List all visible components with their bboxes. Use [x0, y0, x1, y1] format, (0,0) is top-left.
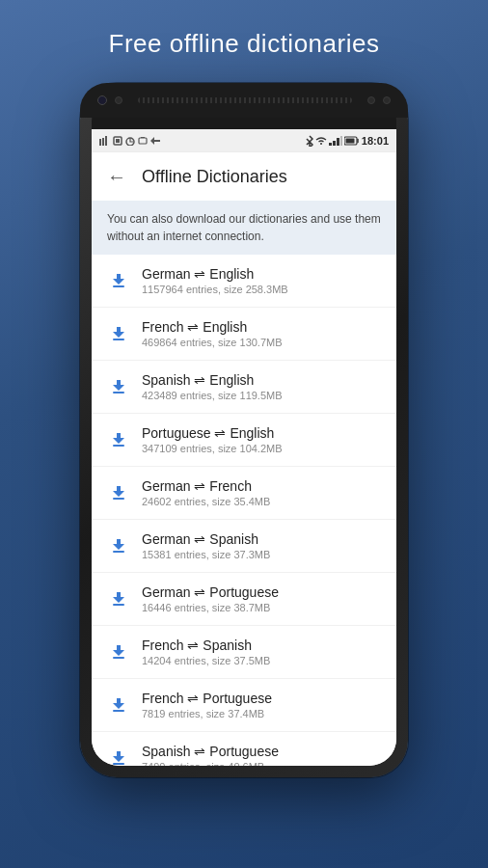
dict-meta-0: 1157964 entries, size 258.3MB [142, 284, 381, 295]
dict-info-0: German ⇌ English 1157964 entries, size 2… [142, 266, 381, 295]
svg-rect-9 [337, 138, 339, 146]
app-bar: ← Offline Dictionaries [92, 152, 396, 201]
sensor-dot-2 [367, 96, 375, 104]
sensor-dot [115, 96, 122, 104]
dict-item[interactable]: French ⇌ Spanish 14204 entries, size 37.… [92, 626, 396, 679]
dict-info-7: French ⇌ Spanish 14204 entries, size 37.… [142, 637, 381, 666]
download-icon-0[interactable] [107, 269, 130, 292]
phone-outer-shell: 18:01 ← Offline Dictionaries You can als… [80, 83, 408, 777]
download-icon-3[interactable] [107, 428, 130, 451]
dict-info-4: German ⇌ French 24602 entries, size 35.4… [142, 478, 381, 507]
dict-item[interactable]: German ⇌ Portuguese 16446 entries, size … [92, 573, 396, 626]
svg-rect-17 [113, 498, 124, 500]
svg-rect-20 [113, 657, 124, 659]
download-icon-1[interactable] [107, 322, 130, 345]
status-icon-5 [149, 136, 161, 146]
dict-name-1: French ⇌ English [142, 319, 381, 335]
svg-rect-7 [329, 143, 332, 146]
dict-meta-1: 469864 entries, size 130.7MB [142, 337, 381, 348]
dict-name-2: Spanish ⇌ English [142, 372, 381, 388]
status-right-icons: 18:01 [306, 135, 389, 147]
phone-screen: 18:01 ← Offline Dictionaries You can als… [92, 129, 396, 766]
sensor-dot-3 [383, 96, 391, 104]
dict-meta-6: 16446 entries, size 38.7MB [142, 602, 381, 613]
signal-icon [329, 136, 342, 146]
status-icon-1 [99, 136, 111, 146]
dict-meta-5: 15381 entries, size 37.3MB [142, 549, 381, 560]
svg-rect-10 [340, 136, 342, 146]
dict-meta-8: 7819 entries, size 37.4MB [142, 708, 381, 719]
dict-info-3: Portuguese ⇌ English 347109 entries, siz… [142, 425, 381, 454]
download-icon-4[interactable] [107, 481, 130, 504]
front-camera [97, 95, 107, 105]
svg-rect-12 [345, 139, 354, 144]
dict-item[interactable]: German ⇌ French 24602 entries, size 35.4… [92, 467, 396, 520]
dict-meta-4: 24602 entries, size 35.4MB [142, 496, 381, 507]
svg-rect-8 [333, 141, 336, 146]
svg-rect-4 [116, 139, 120, 143]
dict-meta-2: 423489 entries, size 119.5MB [142, 390, 381, 401]
download-icon-7[interactable] [107, 640, 130, 664]
svg-rect-22 [113, 763, 124, 765]
dict-name-3: Portuguese ⇌ English [142, 425, 381, 441]
svg-rect-21 [113, 710, 124, 712]
svg-rect-16 [113, 445, 124, 447]
dict-info-5: German ⇌ Spanish 15381 entries, size 37.… [142, 531, 381, 560]
svg-rect-13 [113, 285, 124, 287]
dict-item[interactable]: German ⇌ Spanish 15381 entries, size 37.… [92, 520, 396, 573]
speaker-grille [138, 97, 352, 103]
status-left-icons [99, 136, 161, 146]
dict-info-1: French ⇌ English 469864 entries, size 13… [142, 319, 381, 348]
dict-meta-9: 7490 entries, size 40.6MB [142, 761, 381, 766]
status-time: 18:01 [362, 135, 389, 147]
svg-rect-15 [113, 392, 124, 393]
phone-top-bar [80, 83, 408, 118]
dict-name-4: German ⇌ French [142, 478, 381, 494]
app-bar-title: Offline Dictionaries [142, 167, 287, 187]
download-icon-5[interactable] [107, 534, 130, 557]
svg-rect-0 [99, 139, 101, 146]
status-icon-4 [138, 136, 148, 146]
dict-meta-7: 14204 entries, size 37.5MB [142, 655, 381, 666]
status-bar: 18:01 [92, 129, 396, 152]
back-button[interactable]: ← [107, 166, 126, 188]
download-icon-6[interactable] [107, 587, 130, 610]
dict-item[interactable]: Spanish ⇌ English 423489 entries, size 1… [92, 361, 396, 414]
status-icon-3 [124, 136, 136, 146]
dict-info-2: Spanish ⇌ English 423489 entries, size 1… [142, 372, 381, 401]
svg-rect-2 [105, 136, 107, 146]
download-icon-9[interactable] [107, 746, 130, 766]
page-background-title: Free offline dictionaries [90, 0, 399, 78]
bluetooth-icon [306, 135, 313, 147]
dict-info-9: Spanish ⇌ Portuguese 7490 entries, size … [142, 744, 381, 766]
dictionary-list[interactable]: German ⇌ English 1157964 entries, size 2… [92, 255, 396, 766]
dict-name-5: German ⇌ Spanish [142, 531, 381, 547]
download-icon-8[interactable] [107, 693, 130, 717]
dict-name-7: French ⇌ Spanish [142, 637, 381, 653]
info-banner: You can also download our dictionaries a… [92, 201, 396, 255]
dict-name-0: German ⇌ English [142, 266, 381, 282]
phone-inner-frame: 18:01 ← Offline Dictionaries You can als… [92, 95, 396, 766]
dict-info-6: German ⇌ Portuguese 16446 entries, size … [142, 584, 381, 613]
svg-rect-19 [113, 604, 124, 606]
wifi-icon [315, 136, 327, 146]
svg-rect-1 [102, 138, 104, 146]
dict-meta-3: 347109 entries, size 104.2MB [142, 443, 381, 454]
svg-rect-6 [139, 138, 147, 144]
svg-rect-18 [113, 551, 124, 553]
download-icon-2[interactable] [107, 375, 130, 398]
svg-rect-14 [113, 339, 124, 340]
dict-item[interactable]: French ⇌ Portuguese 7819 entries, size 3… [92, 679, 396, 732]
phone-mockup: 18:01 ← Offline Dictionaries You can als… [80, 83, 408, 777]
dict-item[interactable]: Portuguese ⇌ English 347109 entries, siz… [92, 414, 396, 467]
battery-icon [344, 136, 360, 146]
dict-name-6: German ⇌ Portuguese [142, 584, 381, 600]
dict-item[interactable]: Spanish ⇌ Portuguese 7490 entries, size … [92, 732, 396, 766]
dict-info-8: French ⇌ Portuguese 7819 entries, size 3… [142, 691, 381, 719]
status-icon-2 [113, 136, 122, 146]
dict-name-8: French ⇌ Portuguese [142, 691, 381, 706]
dict-item[interactable]: French ⇌ English 469864 entries, size 13… [92, 308, 396, 361]
dict-name-9: Spanish ⇌ Portuguese [142, 744, 381, 759]
dict-item[interactable]: German ⇌ English 1157964 entries, size 2… [92, 255, 396, 308]
